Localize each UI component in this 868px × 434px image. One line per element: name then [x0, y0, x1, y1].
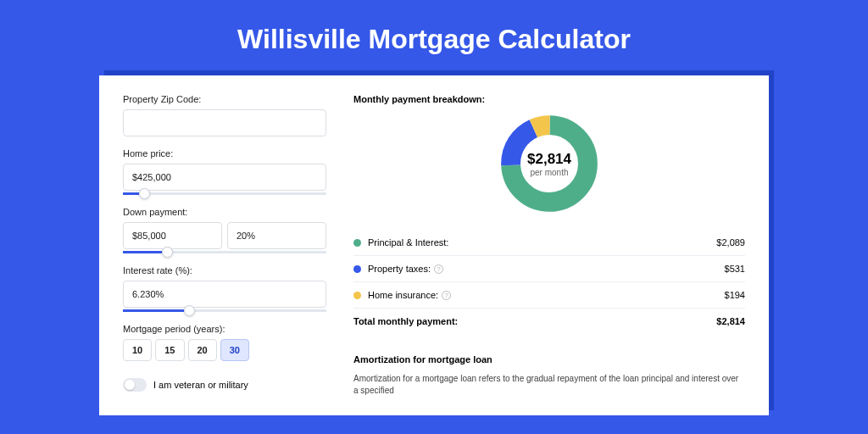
period-option-10[interactable]: 10	[123, 339, 152, 361]
period-label: Mortgage period (years):	[123, 324, 326, 334]
line-item-insurance: Home insurance: ? $194	[353, 282, 745, 309]
help-icon[interactable]: ?	[434, 264, 443, 274]
veteran-toggle[interactable]	[123, 378, 147, 392]
home-price-label: Home price:	[123, 148, 326, 159]
line-label: Home insurance:	[368, 290, 438, 300]
breakdown-title: Monthly payment breakdown:	[353, 94, 745, 104]
donut-sub: per month	[527, 168, 571, 177]
slider-thumb[interactable]	[162, 247, 173, 258]
breakdown-panel: Monthly payment breakdown: $2,814 per mo…	[353, 94, 745, 397]
page-title: Willisville Mortgage Calculator	[0, 0, 868, 75]
donut-chart: $2,814 per month	[353, 113, 745, 214]
down-payment-label: Down payment:	[123, 207, 326, 217]
total-label: Total monthly payment:	[353, 316, 458, 326]
rate-input[interactable]	[123, 281, 326, 308]
line-value: $194	[725, 290, 745, 300]
period-option-30[interactable]: 30	[220, 339, 249, 361]
donut-total: $2,814	[527, 151, 571, 168]
home-price-input[interactable]	[123, 164, 326, 191]
zip-input[interactable]	[123, 109, 326, 136]
slider-thumb[interactable]	[184, 305, 195, 316]
rate-label: Interest rate (%):	[123, 265, 326, 275]
calculator-card: Property Zip Code: Home price: Down paym…	[99, 75, 769, 415]
rate-slider[interactable]	[123, 309, 326, 312]
down-payment-slider[interactable]	[123, 251, 326, 253]
period-options: 10 15 20 30	[123, 339, 326, 361]
total-value: $2,814	[716, 316, 745, 326]
dot-icon	[353, 265, 361, 273]
line-item-total: Total monthly payment: $2,814	[353, 309, 745, 334]
dot-icon	[353, 292, 361, 299]
down-payment-pct-input[interactable]	[227, 222, 326, 249]
line-value: $2,089	[716, 237, 745, 248]
period-option-20[interactable]: 20	[188, 339, 217, 361]
amortization-title: Amortization for mortgage loan	[353, 354, 745, 364]
line-item-principal: Principal & Interest: $2,089	[353, 230, 745, 256]
line-item-taxes: Property taxes: ? $531	[353, 256, 745, 282]
home-price-slider[interactable]	[123, 192, 326, 195]
slider-thumb[interactable]	[139, 188, 150, 199]
line-label: Property taxes:	[368, 264, 431, 274]
down-payment-input[interactable]	[123, 222, 222, 249]
form-panel: Property Zip Code: Home price: Down paym…	[123, 94, 326, 397]
dot-icon	[353, 239, 361, 247]
period-option-15[interactable]: 15	[155, 339, 184, 361]
zip-label: Property Zip Code:	[123, 94, 326, 104]
help-icon[interactable]: ?	[442, 291, 451, 300]
veteran-label: I am veteran or military	[153, 380, 248, 390]
line-label: Principal & Interest:	[368, 237, 448, 248]
amortization-text: Amortization for a mortgage loan refers …	[353, 373, 745, 397]
line-value: $531	[725, 264, 745, 274]
